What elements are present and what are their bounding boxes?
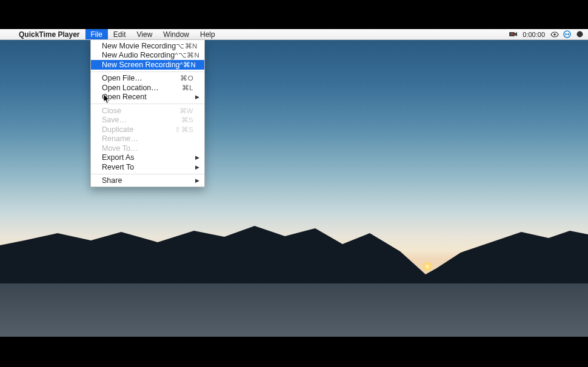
menu-item-new-screen-recording[interactable]: New Screen Recording ^⌘N [91,60,204,70]
menu-item-open-location[interactable]: Open Location… ⌘L [91,83,204,93]
menu-item-shortcut: ⌘W [179,107,193,115]
active-app-name[interactable]: QuickTime Player [13,30,85,39]
menu-item-label: Save… [102,116,181,124]
svg-rect-4 [566,34,568,35]
wallpaper-sun [421,262,433,271]
menu-item-label: New Audio Recording [102,51,175,59]
menu-help[interactable]: Help [195,29,221,39]
menu-item-label: Export As [102,153,193,162]
menu-item-duplicate: Duplicate ⇧⌘S [91,125,204,134]
menu-window[interactable]: Window [158,29,195,39]
menu-item-new-audio-recording[interactable]: New Audio Recording ^⌥⌘N [91,51,204,61]
menu-separator [91,71,204,72]
menu-item-shortcut: ⌥⌘N [176,42,197,50]
menu-view[interactable]: View [132,29,158,39]
menu-file[interactable]: File [85,29,108,39]
submenu-arrow-icon: ▶ [195,164,199,170]
submenu-arrow-icon: ▶ [195,94,199,100]
menu-item-label: Rename… [102,134,193,143]
menu-item-save: Save… ⌘S [91,116,204,125]
menu-item-open-recent[interactable]: Open Recent ▶ [91,93,204,102]
svg-point-5 [577,31,583,38]
menu-bar-left: QuickTime Player File Edit View Window H… [0,29,221,39]
submenu-arrow-icon: ▶ [195,154,199,160]
recording-timer[interactable]: 0:00:00 [521,31,546,38]
menu-item-new-movie-recording[interactable]: New Movie Recording ⌥⌘N [91,41,204,51]
status-icon-teamviewer[interactable] [563,31,572,38]
menu-item-open-file[interactable]: Open File… ⌘O [91,74,204,84]
menu-item-label: Open Recent [102,93,193,101]
menu-item-shortcut: ^⌥⌘N [175,51,199,59]
file-menu-dropdown: New Movie Recording ⌥⌘N New Audio Record… [90,40,205,187]
menu-item-move-to: Move To… [91,144,204,153]
menu-item-label: Open File… [102,74,180,82]
menu-item-export-as[interactable]: Export As ▶ [91,153,204,163]
menu-bar-right: 0:00:00 [509,31,588,38]
desktop-area: QuickTime Player File Edit View Window H… [0,29,588,337]
menu-separator [91,174,204,174]
status-icon-eye[interactable] [550,31,559,38]
menu-item-shortcut: ⌘S [181,116,193,124]
recording-indicator-icon[interactable] [509,31,518,38]
menu-item-label: Open Location… [102,84,182,92]
svg-point-2 [553,33,556,36]
letterbox-bottom [0,337,588,367]
menu-item-label: New Movie Recording [102,42,176,50]
menu-item-shortcut: ⇧⌘S [175,125,193,134]
menu-edit[interactable]: Edit [108,29,132,39]
menu-item-label: Close [102,107,179,115]
letterbox-top [0,0,588,29]
svg-point-1 [511,33,513,35]
menu-item-share[interactable]: Share ▶ [91,176,204,186]
menu-item-shortcut: ⌘L [182,84,193,92]
menu-item-label: New Screen Recording [102,61,180,69]
menu-item-label: Share [102,176,193,185]
menu-item-shortcut: ⌘O [180,74,193,82]
menu-item-label: Duplicate [102,125,175,134]
menu-item-label: Revert To [102,163,193,171]
menu-item-close: Close ⌘W [91,106,204,116]
menu-item-label: Move To… [102,144,193,153]
wallpaper-water [0,283,588,337]
menu-item-revert-to[interactable]: Revert To ▶ [91,162,204,172]
menu-bar: QuickTime Player File Edit View Window H… [0,29,588,40]
status-icon-generic[interactable] [575,31,584,38]
menu-separator [91,104,204,104]
menu-item-rename: Rename… [91,134,204,144]
submenu-arrow-icon: ▶ [195,177,199,183]
menu-item-shortcut: ^⌘N [180,61,196,69]
